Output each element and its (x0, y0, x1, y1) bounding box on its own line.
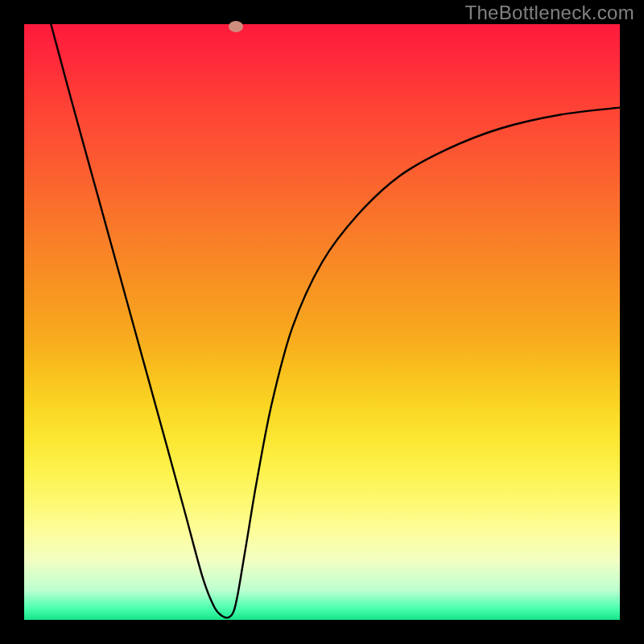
plot-area (24, 24, 620, 620)
minimum-marker (229, 21, 243, 32)
chart-frame: TheBottleneck.com (0, 0, 644, 644)
bottleneck-curve (51, 24, 620, 617)
attribution-text: TheBottleneck.com (464, 2, 634, 24)
curve-svg (24, 24, 620, 620)
